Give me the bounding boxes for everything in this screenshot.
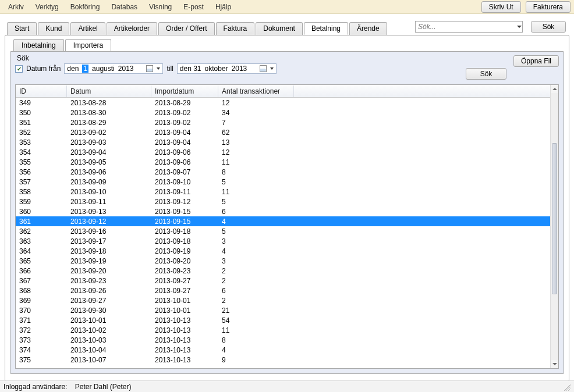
tab-dokument[interactable]: Dokument [256, 22, 303, 35]
cell-antal: 12 [218, 148, 294, 156]
calendar-icon[interactable] [146, 65, 153, 72]
menu-arkiv[interactable]: Arkiv [2, 1, 30, 13]
cell-antal: 2 [218, 277, 294, 285]
table-row[interactable]: 3722013-10-022013-10-1311 [16, 325, 550, 335]
col-id[interactable]: ID [16, 85, 67, 97]
tab-kund[interactable]: Kund [38, 22, 69, 35]
table-row[interactable]: 3692013-09-272013-10-012 [16, 295, 550, 305]
cell-datum: 2013-09-23 [67, 277, 151, 285]
search-input[interactable] [415, 21, 523, 33]
cell-importdatum: 2013-09-15 [151, 208, 218, 216]
menu-bokföring[interactable]: Bokföring [65, 1, 106, 13]
cell-datum: 2013-09-10 [67, 188, 151, 196]
table-row[interactable]: 3512013-08-292013-09-027 [16, 117, 550, 127]
subtab-inbetalning[interactable]: Inbetalning [13, 39, 64, 51]
search-dropdown-icon[interactable] [517, 26, 522, 28]
cell-antal: 12 [218, 99, 294, 107]
scroll-down-icon[interactable] [551, 360, 558, 368]
search-button[interactable]: Sök [531, 21, 566, 33]
table-row[interactable]: 3672013-09-232013-09-272 [16, 276, 550, 286]
tab-artikel[interactable]: Artikel [70, 22, 105, 35]
table-row[interactable]: 3582013-09-102013-09-1111 [16, 187, 550, 197]
cell-id: 369 [16, 297, 67, 305]
table-row[interactable]: 3732013-10-032013-10-138 [16, 335, 550, 345]
date-from-checkbox[interactable]: ✔ [15, 65, 23, 73]
date-to-picker[interactable]: den 31 oktober 2013 [177, 63, 277, 74]
vertical-scrollbar[interactable] [550, 85, 558, 368]
cell-importdatum: 2013-09-15 [151, 218, 218, 226]
menu-e-post[interactable]: E-post [178, 1, 210, 13]
tab-faktura[interactable]: Faktura [216, 22, 255, 35]
menu-hjälp[interactable]: Hjälp [210, 1, 237, 13]
cell-id: 359 [16, 198, 67, 206]
table-row[interactable]: 3542013-09-042013-09-0612 [16, 147, 550, 157]
subtab-importera[interactable]: Importera [65, 39, 111, 51]
cell-datum: 2013-09-13 [67, 208, 151, 216]
table-row[interactable]: 3532013-09-032013-09-0413 [16, 137, 550, 147]
import-table: ID Datum Importdatum Antal transaktioner… [15, 84, 559, 369]
cell-antal: 3 [218, 257, 294, 265]
cell-importdatum: 2013-09-07 [151, 168, 218, 176]
filter-search-button[interactable]: Sök [466, 68, 506, 80]
date-from-picker[interactable]: den 1 augusti 2013 [64, 63, 163, 74]
table-row[interactable]: 3602013-09-132013-09-156 [16, 206, 550, 216]
tab-artikelorder[interactable]: Artikelorder [107, 22, 157, 35]
table-row[interactable]: 3552013-09-052013-09-0611 [16, 157, 550, 167]
menu-visning[interactable]: Visning [143, 1, 178, 13]
cell-importdatum: 2013-09-27 [151, 287, 218, 295]
cell-datum: 2013-09-11 [67, 198, 151, 206]
open-file-button[interactable]: Öppna Fil [513, 55, 559, 67]
resize-grip-icon[interactable] [562, 383, 571, 391]
cell-importdatum: 2013-09-04 [151, 138, 218, 147]
cell-id: 360 [16, 208, 67, 216]
table-row[interactable]: 3632013-09-172013-09-183 [16, 236, 550, 246]
table-row[interactable]: 3572013-09-092013-09-105 [16, 177, 550, 187]
table-row[interactable]: 3502013-08-302013-09-0234 [16, 108, 550, 117]
cell-id: 367 [16, 277, 67, 285]
col-datum[interactable]: Datum [67, 85, 151, 97]
calendar-icon[interactable] [260, 65, 267, 72]
invoice-button[interactable]: Fakturera [526, 1, 571, 13]
cell-importdatum: 2013-10-13 [151, 356, 218, 364]
tab-start[interactable]: Start [7, 22, 37, 35]
chevron-down-icon[interactable] [157, 67, 160, 70]
table-row[interactable]: 3752013-10-072013-10-139 [16, 355, 550, 365]
tab--rende[interactable]: Ärende [349, 22, 387, 35]
tab-order-offert[interactable]: Order / Offert [158, 22, 214, 35]
print-button[interactable]: Skriv Ut [481, 1, 521, 13]
table-row[interactable]: 3612013-09-122013-09-154 [16, 216, 550, 226]
cell-id: 352 [16, 129, 67, 137]
cell-importdatum: 2013-09-18 [151, 227, 218, 236]
table-row[interactable]: 3662013-09-202013-09-232 [16, 266, 550, 276]
cell-antal: 6 [218, 208, 294, 216]
table-row[interactable]: 3492013-08-282013-08-2912 [16, 98, 550, 108]
table-row[interactable]: 3652013-09-192013-09-203 [16, 256, 550, 266]
menu-databas[interactable]: Databas [105, 1, 143, 13]
cell-antal: 8 [218, 336, 294, 344]
cell-importdatum: 2013-09-18 [151, 237, 218, 245]
cell-importdatum: 2013-08-29 [151, 99, 218, 107]
menu-verktyg[interactable]: Verktyg [30, 1, 65, 13]
cell-antal: 4 [218, 346, 294, 354]
cell-antal: 21 [218, 307, 294, 315]
table-row[interactable]: 3742013-10-042013-10-134 [16, 345, 550, 355]
table-row[interactable]: 3622013-09-162013-09-185 [16, 226, 550, 236]
chevron-down-icon[interactable] [270, 67, 274, 70]
cell-id: 356 [16, 168, 67, 176]
cell-antal: 11 [218, 188, 294, 196]
cell-id: 364 [16, 247, 67, 255]
cell-datum: 2013-09-30 [67, 307, 151, 315]
table-row[interactable]: 3562013-09-062013-09-078 [16, 167, 550, 177]
table-row[interactable]: 3592013-09-112013-09-125 [16, 197, 550, 206]
col-importdatum[interactable]: Importdatum [151, 85, 218, 97]
cell-importdatum: 2013-10-13 [151, 346, 218, 354]
table-row[interactable]: 3522013-09-022013-09-0462 [16, 127, 550, 137]
scrollbar-thumb[interactable] [552, 143, 557, 294]
col-antal[interactable]: Antal transaktioner [218, 85, 294, 97]
scroll-up-icon[interactable] [551, 85, 558, 93]
tab-betalning[interactable]: Betalning [304, 22, 348, 35]
table-row[interactable]: 3712013-10-012013-10-1354 [16, 315, 550, 325]
table-row[interactable]: 3642013-09-182013-09-194 [16, 246, 550, 256]
table-row[interactable]: 3682013-09-262013-09-276 [16, 286, 550, 295]
table-row[interactable]: 3702013-09-302013-10-0121 [16, 305, 550, 315]
